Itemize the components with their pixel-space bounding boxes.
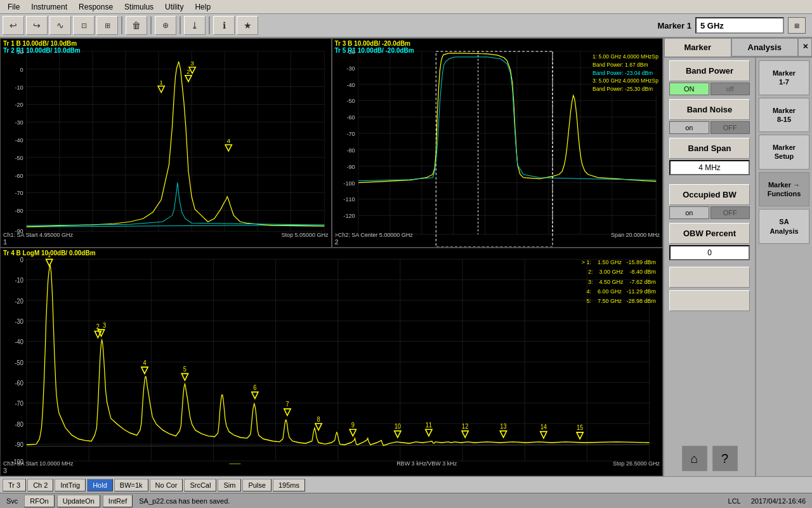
- toolbar-separator-3: [180, 17, 181, 34]
- download-button[interactable]: ⤓: [184, 16, 206, 35]
- empty-btn-2[interactable]: [669, 290, 750, 311]
- status-195ms[interactable]: 195ms: [273, 479, 305, 491]
- svg-text:-90: -90: [15, 441, 24, 448]
- chart-panel-3[interactable]: 0 -10 -20 -30 -40 -50 -60 -70 -80 -90 -1…: [0, 248, 663, 476]
- status-pulse[interactable]: Pulse: [242, 479, 272, 491]
- svg-text:-60: -60: [15, 173, 23, 179]
- band-power-off[interactable]: off: [710, 83, 750, 95]
- status-intref[interactable]: IntRef: [103, 495, 133, 507]
- marker-8-15-button[interactable]: Marker8-15: [759, 98, 809, 133]
- status-message: SA_p22.csa has been saved.: [135, 496, 233, 506]
- svg-text:-60: -60: [15, 379, 24, 387]
- svg-text:4: 4: [143, 359, 147, 366]
- status-updateon[interactable]: UpdateOn: [57, 495, 100, 507]
- status-nocor[interactable]: No Cor: [150, 479, 183, 491]
- status-hold[interactable]: Hold: [87, 479, 113, 491]
- band-span-button[interactable]: Band Span: [669, 138, 750, 159]
- occupied-bw-on[interactable]: on: [669, 206, 709, 219]
- undo-button[interactable]: ↩: [3, 16, 24, 35]
- menu-file[interactable]: File: [3, 1, 25, 13]
- status-inttrig[interactable]: IntTrig: [55, 479, 86, 491]
- right-panel-tabs: Marker Analysis ✕: [664, 38, 812, 58]
- svg-text:-30: -30: [15, 318, 24, 325]
- marker-input[interactable]: [695, 17, 784, 34]
- svg-text:-30: -30: [346, 65, 355, 72]
- svg-text:-90: -90: [346, 164, 355, 170]
- occupied-bw-button[interactable]: Occupied BW: [669, 184, 750, 205]
- svg-text:9: 9: [351, 421, 355, 429]
- band-noise-on[interactable]: on: [669, 121, 709, 134]
- chart3-title: Tr 4 B LogM 10.00dB/ 0.00dBm: [3, 250, 96, 257]
- svg-text:11: 11: [426, 421, 432, 429]
- home-button[interactable]: ⌂: [682, 446, 707, 471]
- svg-text:14: 14: [540, 424, 547, 431]
- chart3-bottom: Ch3: SA Start 10.0000 MHz —— RBW 3 kHz/V…: [3, 460, 660, 467]
- band-power-button[interactable]: Band Power: [669, 60, 750, 81]
- chart-panel-2[interactable]: -20 -30 -40 -50 -60 -70 -80 -90 -100 -11…: [332, 38, 664, 248]
- obw-percent-button[interactable]: OBW Percent: [669, 223, 750, 244]
- svg-text:-50: -50: [15, 155, 23, 161]
- svg-text:-10: -10: [15, 277, 24, 284]
- band-noise-off[interactable]: OFF: [710, 121, 750, 134]
- status-tr3[interactable]: Tr 3: [3, 479, 26, 491]
- status-srccal[interactable]: SrcCal: [184, 479, 216, 491]
- status-bar-1: Tr 3 Ch 2 IntTrig Hold BW=1k No Cor SrcC…: [0, 476, 812, 493]
- sa-analysis-button[interactable]: SAAnalysis: [759, 209, 809, 244]
- svg-text:-80: -80: [346, 147, 355, 154]
- marker-setup-button[interactable]: MarkerSetup: [759, 135, 809, 170]
- marker-label: Marker 1: [658, 21, 691, 30]
- chart1-num: 1: [3, 238, 7, 246]
- chart3-marker-table: > 1: 1.50 GHz -15.89 dBm 2: 3.00 GHz -8.…: [582, 258, 656, 306]
- add-window-button[interactable]: ⊞: [96, 16, 118, 35]
- waveform-button[interactable]: ∿: [49, 16, 71, 35]
- marker-grid-button[interactable]: ⊞: [788, 17, 806, 34]
- obw-percent-value[interactable]: 0: [669, 245, 750, 260]
- left-controls: Band Power ON off Band Noise on OFF Band…: [664, 58, 755, 476]
- chart-panel-1[interactable]: 10 0 -10 -20 -30 -40 -50 -60 -70 -80 -90: [0, 38, 332, 248]
- menu-bar: File Instrument Response Stimulus Utilit…: [0, 0, 812, 14]
- zoom-button[interactable]: ⊕: [155, 16, 176, 35]
- status-ch2[interactable]: Ch 2: [27, 479, 53, 491]
- info-button[interactable]: ℹ: [213, 16, 235, 35]
- band-span-value[interactable]: 4 MHz: [669, 160, 750, 175]
- menu-instrument[interactable]: Instrument: [26, 1, 72, 13]
- chart-3-svg: 0 -10 -20 -30 -40 -50 -60 -70 -80 -90 -1…: [1, 248, 662, 476]
- bottom-icons: ⌂ ?: [664, 441, 755, 476]
- menu-response[interactable]: Response: [74, 1, 118, 13]
- tab-close-button[interactable]: ✕: [798, 38, 812, 57]
- svg-text:4: 4: [226, 137, 230, 144]
- svg-text:-40: -40: [346, 82, 355, 88]
- redo-button[interactable]: ↪: [26, 16, 48, 35]
- chart2-num: 2: [335, 238, 339, 246]
- menu-utility[interactable]: Utility: [160, 1, 188, 13]
- status-bw1k[interactable]: BW=1k: [114, 479, 148, 491]
- chart-1-svg: 10 0 -10 -20 -30 -40 -50 -60 -70 -80 -90: [1, 39, 331, 247]
- marker-functions-button[interactable]: Marker →Functions: [759, 172, 809, 207]
- status-rfon[interactable]: RFOn: [24, 495, 54, 507]
- grid-button[interactable]: ⊡: [73, 16, 95, 35]
- status-bar-2: Svc RFOn UpdateOn IntRef SA_p22.csa has …: [0, 493, 812, 508]
- tab-analysis[interactable]: Analysis: [731, 38, 799, 57]
- star-button[interactable]: ★: [237, 16, 258, 35]
- svg-text:13: 13: [500, 423, 507, 431]
- marker-1-7-button[interactable]: Marker1-7: [759, 60, 809, 95]
- svg-text:5: 5: [183, 365, 187, 373]
- tab-marker[interactable]: Marker: [664, 38, 731, 57]
- toolbar: ↩ ↪ ∿ ⊡ ⊞ 🗑 ⊕ ⤓ ℹ ★: [0, 15, 652, 36]
- svg-text:-70: -70: [346, 131, 355, 137]
- occupied-bw-off[interactable]: OFF: [710, 206, 750, 219]
- status-sim[interactable]: Sim: [218, 479, 241, 491]
- toolbar-separator-2: [150, 17, 152, 34]
- status-svc: Svc: [3, 496, 22, 506]
- chart1-bottom: Ch1: SA Start 4.95000 GHz Stop 5.05000 G…: [3, 232, 329, 238]
- menu-stimulus[interactable]: Stimulus: [119, 1, 159, 13]
- delete-button[interactable]: 🗑: [126, 16, 147, 35]
- menu-help[interactable]: Help: [190, 1, 216, 13]
- band-noise-button[interactable]: Band Noise: [669, 99, 750, 120]
- svg-text:-70: -70: [15, 190, 23, 197]
- status-lcl: LCL: [724, 496, 745, 506]
- empty-btn-1[interactable]: [669, 267, 750, 288]
- band-power-on[interactable]: ON: [669, 83, 709, 95]
- help-button[interactable]: ?: [712, 446, 738, 471]
- svg-text:-10: -10: [15, 84, 23, 91]
